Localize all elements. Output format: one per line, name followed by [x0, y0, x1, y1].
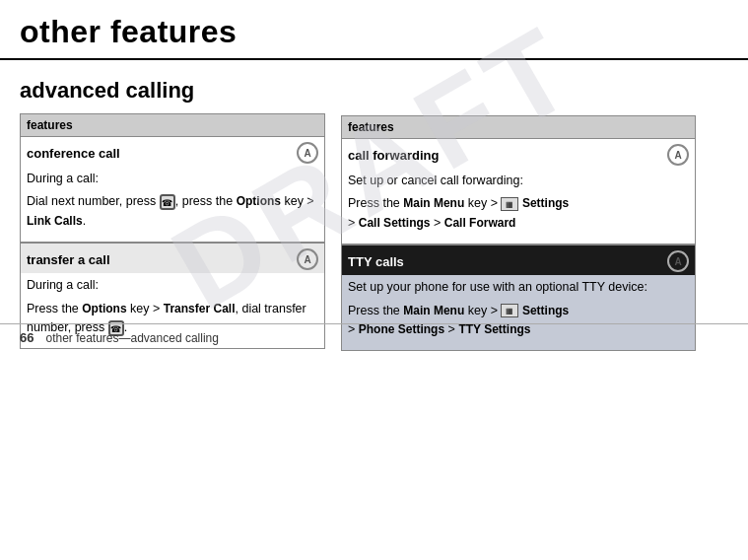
conference-call-para2: Dial next number, press ☎, press the Opt… [27, 192, 318, 231]
call-forwarding-name-text: call forwarding [348, 148, 439, 163]
tty-calls-name-wrapper: TTY calls [348, 250, 689, 272]
right-column-spacer [341, 78, 696, 115]
main-menu-key-label-2: Main Menu [403, 304, 464, 317]
call-settings-label: Call Settings [359, 216, 431, 230]
section-heading: advanced calling [20, 78, 325, 104]
left-table-header: features [21, 114, 325, 137]
footer-page-number: 66 [20, 330, 34, 345]
page-title: other features [20, 14, 728, 50]
right-table-header-row: features [342, 116, 696, 139]
right-feature-table: features call forwarding Set up or cance… [341, 115, 696, 351]
page-header: other features [0, 0, 748, 60]
transfer-call-label: Transfer Call [164, 302, 236, 315]
menu-grid-icon-1: ▦ [501, 197, 518, 211]
call-forward-label: Call Forward [444, 216, 516, 230]
page-content: DRAFT other features advanced calling fe… [0, 0, 748, 361]
tty-calls-para1: Set up your phone for use with an option… [348, 278, 689, 297]
main-menu-key-label-1: Main Menu [403, 196, 464, 210]
left-column: advanced calling features conference cal… [20, 78, 325, 351]
transfer-call-name-wrapper: transfer a call [27, 248, 318, 270]
left-feature-table: features conference call During a call: [20, 113, 325, 349]
call-forwarding-name-row: call forwarding [342, 139, 696, 170]
conference-call-name-row: conference call [21, 137, 325, 168]
left-table-header-row: features [21, 114, 325, 137]
call-forwarding-para2: Press the Main Menu key > ▦ Settings > C… [348, 194, 689, 233]
conference-call-para1: During a call: [27, 170, 318, 188]
tty-calls-name-cell: TTY calls [342, 245, 696, 275]
options-key-label-2: Options [82, 302, 126, 315]
transfer-call-icon [297, 248, 318, 270]
menu-grid-icon-2: ▦ [501, 304, 518, 317]
transfer-call-para1: During a call: [27, 276, 318, 295]
call-button-icon-1: ☎ [160, 194, 175, 210]
conference-call-body-cell: During a call: Dial next number, press ☎… [21, 167, 325, 243]
settings-label-1: Settings [522, 196, 569, 210]
right-table-header: features [342, 116, 696, 139]
conference-call-icon [297, 142, 318, 164]
conference-call-name-cell: conference call [21, 137, 325, 168]
call-forwarding-body-row: Set up or cancel call forwarding: Press … [342, 169, 696, 245]
call-forwarding-para1: Set up or cancel call forwarding: [348, 172, 689, 190]
tty-calls-icon [667, 250, 689, 272]
call-forwarding-body-cell: Set up or cancel call forwarding: Press … [342, 169, 696, 245]
footer-section-text: other features—advanced calling [45, 331, 218, 345]
link-calls-label: Link Calls [27, 214, 83, 228]
transfer-call-name-text: transfer a call [27, 252, 110, 267]
call-forwarding-icon [667, 144, 689, 166]
options-key-label-1: Options [237, 194, 281, 208]
right-column: features call forwarding Set up or cance… [341, 78, 696, 351]
tty-calls-name-text: TTY calls [348, 254, 404, 269]
transfer-call-name-row: transfer a call [21, 243, 325, 273]
call-forwarding-name-wrapper: call forwarding [348, 144, 689, 166]
conference-call-name-text: conference call [27, 146, 120, 161]
conference-call-name-wrapper: conference call [27, 142, 318, 164]
call-forwarding-name-cell: call forwarding [342, 139, 696, 170]
conference-call-body-row: During a call: Dial next number, press ☎… [21, 167, 325, 243]
main-content: advanced calling features conference cal… [0, 60, 748, 361]
tty-calls-name-row: TTY calls [342, 245, 696, 275]
page-footer: 66 other features—advanced calling [0, 323, 748, 351]
settings-label-2: Settings [522, 304, 569, 317]
transfer-call-name-cell: transfer a call [21, 243, 325, 273]
